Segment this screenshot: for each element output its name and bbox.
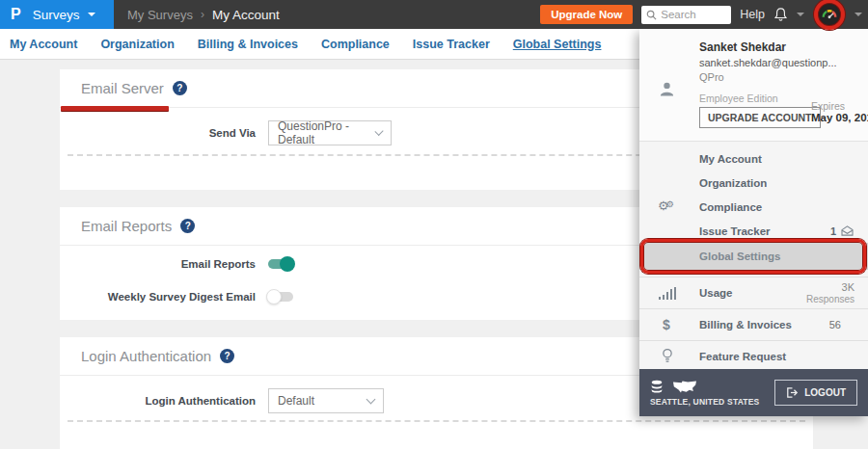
logout-button[interactable]: LOGOUT xyxy=(774,380,857,406)
menu-item-organization[interactable]: Organization xyxy=(639,171,868,195)
help-link[interactable]: Help xyxy=(740,8,765,21)
menu-item-billing-invoices[interactable]: $ Billing & Invoices 56 xyxy=(639,308,868,340)
usage-count: 3K xyxy=(806,281,854,294)
tab-billing-invoices[interactable]: Billing & Invoices xyxy=(198,38,298,51)
avatar-chevron-icon xyxy=(854,13,862,16)
email-reports-toggle[interactable] xyxy=(268,259,293,269)
header-actions: Upgrade Now Help xyxy=(540,0,868,29)
questionpro-logo-icon: P xyxy=(11,6,21,23)
logout-label: LOGOUT xyxy=(804,387,846,398)
chevron-down-icon xyxy=(88,13,95,16)
menu-item-label: Global Settings xyxy=(639,251,780,262)
toggle-knob xyxy=(280,256,295,272)
menu-item-usage[interactable]: Usage 3K Responses xyxy=(639,277,868,308)
menu-item-label: Issue Tracker xyxy=(639,225,771,237)
bar-chart-icon xyxy=(659,287,676,300)
upgrade-account-button[interactable]: UPGRADE ACCOUNT xyxy=(699,107,821,128)
user-dropdown-panel: Sanket Shekdar sanket.shekdar@questionp.… xyxy=(639,29,868,416)
send-via-value: QuestionPro - Default xyxy=(278,119,376,146)
send-via-label: Send Via xyxy=(60,127,256,139)
user-info-block: Sanket Shekdar sanket.shekdar@questionp.… xyxy=(639,29,868,142)
login-authentication-label: Login Authentication xyxy=(60,395,256,407)
chevron-down-icon xyxy=(366,395,376,405)
person-icon xyxy=(659,81,675,97)
menu-item-global-settings[interactable]: Global Settings xyxy=(639,243,868,270)
usa-map-icon xyxy=(671,380,698,395)
breadcrumb-my-surveys[interactable]: My Surveys xyxy=(127,8,193,22)
questionpro-app: P Surveys My Surveys › My Account Upgrad… xyxy=(0,0,868,449)
datacenter-info: SEATTLE, UNITED STATES xyxy=(650,380,760,407)
user-company: QPro xyxy=(699,71,724,83)
breadcrumb-my-account: My Account xyxy=(212,8,280,22)
panel-footer: SEATTLE, UNITED STATES LOGOUT xyxy=(639,369,868,416)
database-icon xyxy=(650,380,664,395)
menu-item-issue-tracker[interactable]: Issue Tracker 1 xyxy=(639,219,868,243)
search-input[interactable] xyxy=(661,9,726,20)
search-box[interactable] xyxy=(641,6,731,24)
avatar xyxy=(818,3,841,26)
tab-global-settings[interactable]: Global Settings xyxy=(513,38,602,51)
menu-item-label: Organization xyxy=(639,177,767,189)
send-via-select[interactable]: QuestionPro - Default xyxy=(268,120,392,145)
bell-chevron-icon xyxy=(797,13,804,16)
dotted-divider xyxy=(68,420,805,422)
dollar-icon: $ xyxy=(663,317,670,332)
lightbulb-icon xyxy=(661,348,674,364)
email-server-title: Email Server xyxy=(81,80,164,96)
user-name: Sanket Shekdar xyxy=(699,40,786,54)
weekly-digest-label: Weekly Survey Digest Email xyxy=(60,291,256,303)
toggle-knob xyxy=(266,289,282,304)
tab-compliance[interactable]: Compliance xyxy=(321,38,390,51)
red-underline-annotation xyxy=(61,106,169,111)
panel-menu: My Account Organization ⚙⚙ Compliance Is… xyxy=(639,142,868,372)
email-reports-label: Email Reports xyxy=(60,258,256,270)
expires-label: Expires xyxy=(811,100,868,112)
top-header: P Surveys My Surveys › My Account Upgrad… xyxy=(0,0,868,29)
expires-date: May 09, 2019 xyxy=(811,112,868,123)
help-icon[interactable]: ? xyxy=(180,219,195,233)
edition-label: Employee Edition xyxy=(699,92,778,104)
help-icon[interactable]: ? xyxy=(173,81,187,95)
stat-label: Usage xyxy=(639,287,733,299)
menu-item-label: My Account xyxy=(639,153,762,165)
gears-icon: ⚙⚙ xyxy=(658,197,674,214)
menu-item-feature-request[interactable]: Feature Request xyxy=(639,340,868,372)
usage-value: 3K Responses xyxy=(806,281,854,304)
badge-count: 1 xyxy=(830,225,836,237)
datacenter-location: SEATTLE, UNITED STATES xyxy=(650,397,760,407)
upgrade-now-button[interactable]: Upgrade Now xyxy=(540,5,633,24)
help-icon[interactable]: ? xyxy=(220,349,234,363)
login-authentication-value: Default xyxy=(278,394,314,408)
search-icon xyxy=(646,10,657,20)
gauge-avatar-icon xyxy=(821,6,838,23)
tab-issue-tracker[interactable]: Issue Tracker xyxy=(413,38,490,51)
user-avatar-button[interactable] xyxy=(813,0,846,29)
usage-unit: Responses xyxy=(806,294,854,305)
menu-item-compliance[interactable]: ⚙⚙ Compliance xyxy=(639,195,868,219)
login-authentication-select[interactable]: Default xyxy=(268,388,384,413)
login-authentication-title: Login Authentication xyxy=(81,348,211,364)
email-reports-title: Email Reports xyxy=(81,218,172,234)
expires-block: Expires May 09, 2019 xyxy=(811,100,868,123)
billing-count: 56 xyxy=(829,319,841,330)
issue-tracker-badge: 1 xyxy=(830,225,854,237)
user-email: sanket.shekdar@questionp... xyxy=(699,57,837,68)
app-menu-label: Surveys xyxy=(33,8,80,22)
tab-organization[interactable]: Organization xyxy=(100,38,174,51)
logout-icon xyxy=(786,387,799,398)
tab-my-account[interactable]: My Account xyxy=(10,38,77,51)
breadcrumb: My Surveys › My Account xyxy=(127,8,280,22)
bell-icon xyxy=(773,7,788,22)
surveys-product-menu[interactable]: P Surveys xyxy=(0,0,114,29)
notifications-button[interactable] xyxy=(773,7,788,22)
weekly-digest-toggle[interactable] xyxy=(268,292,293,302)
breadcrumb-separator: › xyxy=(201,8,204,21)
menu-item-my-account[interactable]: My Account xyxy=(639,146,868,171)
mail-icon xyxy=(841,225,854,236)
